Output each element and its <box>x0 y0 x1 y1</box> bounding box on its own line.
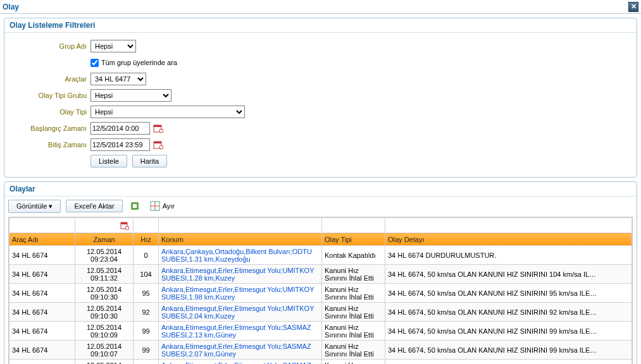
events-table-scroll[interactable]: Araç Adı Zaman Hız Konum Olay Tipi Olay … <box>9 217 632 364</box>
cell-konum[interactable]: Ankara,Etimesgut,Erler,Etimesgut Yolu;UM… <box>159 303 322 322</box>
cell-arac: 34 HL 6674 <box>9 322 75 341</box>
table-row[interactable]: 34 HL 667412.05.201409:10:0799Ankara,Eti… <box>9 341 632 360</box>
titlebar: Olay ✕ <box>0 0 641 14</box>
col-konum[interactable]: Konum <box>159 233 322 246</box>
cell-tip: Kontak Kapatıldı <box>322 246 385 265</box>
filter-tip-input[interactable] <box>323 220 383 231</box>
calendar-icon[interactable] <box>119 220 130 231</box>
filter-hiz-input[interactable] <box>135 220 157 231</box>
bit-zaman-input[interactable] <box>90 138 150 151</box>
cell-konum[interactable]: Ankara,Etimesgut,Erler,Etimesgut Yolu;SA… <box>159 360 322 365</box>
window-title: Olay <box>3 3 19 11</box>
cell-zaman: 12.05.201409:10:09 <box>75 322 134 341</box>
cell-hiz: 92 <box>134 303 159 322</box>
filters-panel: Olay Listeleme Filtreleri Grup Adı Hepsi… <box>4 18 637 178</box>
events-toolbar: Görüntüle ▾ Excel'e Aktar Ayır <box>4 196 637 215</box>
table-row[interactable]: 34 HL 667412.05.201409:10:0999Ankara,Eti… <box>9 322 632 341</box>
col-tip[interactable]: Olay Tipi <box>322 233 385 246</box>
svg-point-12 <box>125 226 129 230</box>
cell-zaman: 12.05.201409:10:30 <box>75 303 134 322</box>
cell-hiz: 99 <box>134 322 159 341</box>
filter-arac-input[interactable] <box>11 220 73 231</box>
cell-arac: 34 HL 6674 <box>9 360 75 365</box>
grup-select[interactable]: Hepsi <box>90 40 136 52</box>
col-hiz[interactable]: Hız <box>134 233 159 246</box>
events-panel-title: Olaylar <box>4 182 637 196</box>
split-icon[interactable]: Ayır <box>147 199 178 213</box>
excel-button[interactable]: Excel'e Aktar <box>66 200 122 212</box>
refresh-icon[interactable] <box>128 199 142 213</box>
table-row[interactable]: 34 HL 667412.05.201409:10:3095Ankara,Eti… <box>9 284 632 303</box>
cell-hiz: 95 <box>134 284 159 303</box>
table-row[interactable]: 34 HL 667412.05.201409:23:040Ankara,Çank… <box>9 246 632 265</box>
cell-hiz: 110 <box>134 360 159 365</box>
cell-tip: Kanuni Hız Sınırını İhlal Etti <box>322 341 385 360</box>
cell-arac: 34 HL 6674 <box>9 246 75 265</box>
cell-konum[interactable]: Ankara,Etimesgut,Erler,Etimesgut Yolu;SA… <box>159 341 322 360</box>
cell-detay: 34 HL 6674, 50 km/sa OLAN KANUNI HIZ SIN… <box>385 303 632 322</box>
cell-zaman: 12.05.201409:09:50 <box>75 360 134 365</box>
calendar-icon[interactable] <box>152 123 164 134</box>
cell-detay: 34 HL 6674, 50 km/sa OLAN KANUNI HIZ SIN… <box>385 341 632 360</box>
col-detay[interactable]: Olay Detayı <box>385 233 632 246</box>
cell-tip: Kanuni Hız Sınırını İhlal Etti <box>322 322 385 341</box>
label-araclar: Araçlar <box>11 75 90 83</box>
filter-detay-input[interactable] <box>387 220 630 231</box>
cell-detay: 34 HL 6674, 50 km/sa OLAN KANUNI HIZ SIN… <box>385 265 632 284</box>
cell-hiz: 0 <box>134 246 159 265</box>
cell-zaman: 12.05.201409:10:30 <box>75 284 134 303</box>
calendar-icon[interactable] <box>152 139 164 150</box>
table-row[interactable]: 34 HL 667412.05.201409:10:3092Ankara,Eti… <box>9 303 632 322</box>
tum-grup-checkbox[interactable] <box>90 59 99 67</box>
col-arac[interactable]: Araç Adı <box>9 233 75 246</box>
svg-point-5 <box>159 145 163 149</box>
label-olay-tipi: Olay Tipi <box>11 108 90 116</box>
filters-form: Grup Adı Hepsi Tüm grup üyelerinde ara A… <box>4 33 637 177</box>
harita-button[interactable]: Harita <box>132 155 167 167</box>
label-olay-tipi-grubu: Olay Tipi Grubu <box>11 92 90 99</box>
table-filter-row <box>9 218 632 233</box>
cell-zaman: 12.05.201409:10:07 <box>75 341 134 360</box>
cell-konum[interactable]: Ankara,Çankaya,Ortadoğu,Bilkent Bulvarı;… <box>159 246 322 265</box>
olay-tipi-select[interactable]: Hepsi <box>90 106 245 118</box>
cell-konum[interactable]: Ankara,Etimesgut,Erler,Etimesgut Yolu;SA… <box>159 322 322 341</box>
svg-rect-1 <box>154 125 161 127</box>
filter-konum-input[interactable] <box>160 220 320 231</box>
svg-rect-4 <box>154 142 161 143</box>
events-table-wrap: Araç Adı Zaman Hız Konum Olay Tipi Olay … <box>8 217 633 364</box>
filters-panel-title: Olay Listeleme Filtreleri <box>4 18 637 33</box>
listele-button[interactable]: Listele <box>90 155 127 167</box>
events-panel: Olaylar Görüntüle ▾ Excel'e Aktar Ayır <box>4 181 637 364</box>
cell-tip: Kanuni Hız Sınırını İhlal Etti <box>322 284 385 303</box>
close-icon[interactable]: ✕ <box>628 2 638 12</box>
goruntule-button[interactable]: Görüntüle ▾ <box>8 200 61 213</box>
cell-tip: Kanuni Hız Sınırını İhlal Etti <box>322 303 385 322</box>
cell-arac: 34 HL 6674 <box>9 341 75 360</box>
label-bas-zaman: Başlangıç Zamanı <box>11 124 90 132</box>
ayir-label: Ayır <box>163 202 175 210</box>
window: Olay ✕ Olay Listeleme Filtreleri Grup Ad… <box>0 0 641 364</box>
cell-arac: 34 HL 6674 <box>9 284 75 303</box>
cell-detay: 34 HL 6674, 50 km/sa OLAN KANUNI HIZ SIN… <box>385 322 632 341</box>
cell-detay: 34 HL 6674, 50 km/sa OLAN KANUNI HIZ SIN… <box>385 284 632 303</box>
table-row[interactable]: 34 HL 667412.05.201409:09:50110Ankara,Et… <box>9 360 632 365</box>
olay-tipi-grubu-select[interactable]: Hepsi <box>90 89 171 102</box>
col-zaman[interactable]: Zaman <box>75 233 134 246</box>
chevron-down-icon: ▾ <box>49 202 53 210</box>
bas-zaman-input[interactable] <box>90 122 150 135</box>
label-grup: Grup Adı <box>11 42 90 50</box>
table-row[interactable]: 34 HL 667412.05.201409:11:32104Ankara,Et… <box>9 265 632 284</box>
label-tum-grup: Tüm grup üyelerinde ara <box>101 59 177 66</box>
cell-arac: 34 HL 6674 <box>9 265 75 284</box>
cell-arac: 34 HL 6674 <box>9 303 75 322</box>
cell-konum[interactable]: Ankara,Etimesgut,Erler,Etimesgut Yolu;UM… <box>159 284 322 303</box>
cell-konum[interactable]: Ankara,Etimesgut,Erler,Etimesgut Yolu;UM… <box>159 265 322 284</box>
cell-detay: 34 HL 6674 DURDURULMUSTUR. <box>385 246 632 265</box>
events-table: Araç Adı Zaman Hız Konum Olay Tipi Olay … <box>9 217 632 364</box>
cell-zaman: 12.05.201409:11:32 <box>75 265 134 284</box>
araclar-select[interactable]: 34 HL 6477 <box>90 73 146 85</box>
cell-detay: 34 HL 6674, 50 km/sa OLAN KANUNI HIZ SIN… <box>385 360 632 365</box>
table-header-row: Araç Adı Zaman Hız Konum Olay Tipi Olay … <box>9 233 632 246</box>
svg-point-2 <box>159 129 163 133</box>
label-bit-zaman: Bitiş Zamanı <box>11 141 90 149</box>
